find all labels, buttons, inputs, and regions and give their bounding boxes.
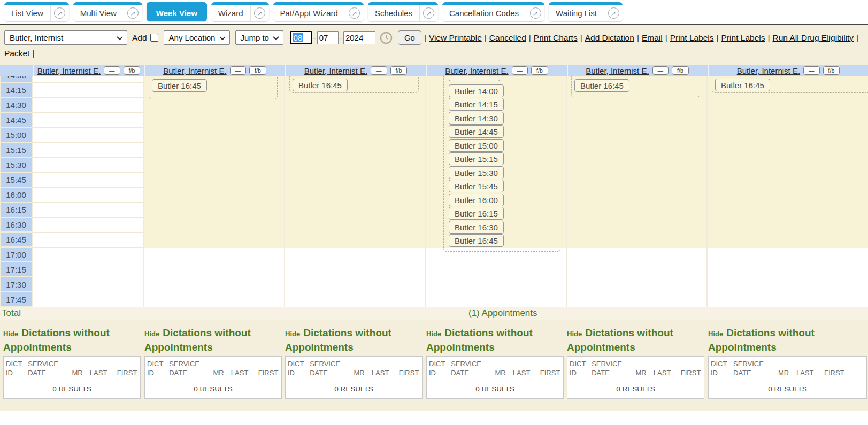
appointment-slot-button[interactable]: Butler 15:45: [449, 180, 504, 192]
tab-waiting-list[interactable]: Waiting List ↗: [549, 2, 623, 21]
popout-arrow-icon[interactable]: ↗: [124, 7, 142, 19]
sort-last-link[interactable]: LAST: [231, 368, 258, 377]
sort-service-link[interactable]: SERVICE: [310, 359, 354, 368]
sort-date-link[interactable]: DATE: [451, 368, 495, 377]
sort-id-link[interactable]: ID: [570, 368, 592, 377]
sort-id-link[interactable]: ID: [429, 368, 451, 377]
link-view-printable[interactable]: View Printable: [429, 33, 482, 43]
appointment-slot-button[interactable]: Butler 16:45: [293, 79, 348, 91]
sort-first-link[interactable]: FIRST: [399, 368, 420, 377]
tab-list-view[interactable]: List View ↗: [4, 2, 69, 21]
sort-date-link[interactable]: DATE: [169, 368, 213, 377]
clock-icon[interactable]: [380, 32, 393, 44]
appointment-slot-button[interactable]: Butler 16:45: [715, 79, 770, 91]
tab-pat-appt-wizard[interactable]: Pat/Appt Wizard ↗: [273, 2, 364, 21]
sort-dict-link[interactable]: DICT: [429, 359, 451, 368]
location-select[interactable]: Any Location: [164, 30, 230, 45]
add-checkbox[interactable]: [150, 34, 158, 42]
popout-arrow-icon[interactable]: ↗: [251, 7, 269, 19]
appointment-slot-button[interactable]: Butler 14:00: [449, 84, 504, 97]
sort-id-link[interactable]: ID: [147, 368, 169, 377]
sort-first-link[interactable]: FIRST: [117, 368, 138, 377]
sort-date-link[interactable]: DATE: [733, 368, 778, 377]
sort-service-link[interactable]: SERVICE: [592, 359, 635, 368]
provider-column-link[interactable]: Butler, Internist E.: [445, 66, 508, 75]
popout-arrow-icon[interactable]: ↗: [604, 7, 623, 19]
link-print-charts[interactable]: Print Charts: [534, 33, 578, 43]
fb-button[interactable]: f/b: [823, 66, 840, 75]
appointment-slot-button[interactable]: Butler 16:45: [574, 79, 629, 92]
sort-mr-link[interactable]: MR: [354, 368, 372, 377]
sort-date-link[interactable]: DATE: [592, 368, 635, 377]
sort-service-link[interactable]: SERVICE: [169, 359, 213, 368]
sort-first-link[interactable]: FIRST: [824, 368, 846, 377]
fb-button[interactable]: f/b: [249, 66, 266, 75]
sort-last-link[interactable]: LAST: [90, 368, 117, 377]
sort-last-link[interactable]: LAST: [372, 368, 399, 377]
provider-column-link[interactable]: Butler, Internist E.: [586, 66, 649, 75]
fb-button[interactable]: f/b: [390, 66, 408, 75]
popout-arrow-icon[interactable]: ↗: [51, 7, 69, 19]
tab-multi-view[interactable]: Multi View ↗: [73, 2, 142, 21]
collapse-column-button[interactable]: —: [512, 66, 528, 75]
sort-first-link[interactable]: FIRST: [540, 368, 561, 377]
jump-to-select[interactable]: Jump to: [235, 30, 283, 45]
link-add-dictation[interactable]: Add Dictation: [585, 33, 634, 43]
link-run-all-drug-eligibility[interactable]: Run All Drug Eligibility: [772, 33, 854, 43]
sort-service-link[interactable]: SERVICE: [733, 359, 778, 368]
appointment-slot-button[interactable]: Butler 16:45: [152, 79, 207, 92]
sort-service-link[interactable]: SERVICE: [451, 359, 495, 368]
hide-link[interactable]: Hide: [426, 330, 441, 338]
sort-first-link[interactable]: FIRST: [258, 368, 279, 377]
sort-mr-link[interactable]: MR: [72, 368, 90, 377]
sort-dict-link[interactable]: DICT: [570, 359, 592, 368]
tab-schedules[interactable]: Schedules ↗: [368, 2, 438, 21]
provider-column-link[interactable]: Butler, Internist E.: [304, 66, 367, 75]
appointment-slot-button[interactable]: Butler 15:15: [449, 152, 504, 165]
hide-link[interactable]: Hide: [567, 330, 582, 338]
tab-week-view[interactable]: Week View: [147, 2, 207, 21]
sort-id-link[interactable]: ID: [711, 368, 733, 377]
sort-last-link[interactable]: LAST: [796, 368, 824, 377]
popout-arrow-icon[interactable]: ↗: [345, 7, 364, 19]
link-print-labels-1[interactable]: Print Labels: [670, 33, 714, 43]
appointment-slot-button[interactable]: Butler 14:15: [449, 98, 504, 111]
sort-last-link[interactable]: LAST: [513, 368, 540, 377]
date-year-input[interactable]: 2024: [343, 31, 375, 44]
popout-arrow-icon[interactable]: ↗: [420, 7, 438, 19]
appointment-slot-button[interactable]: Butler 16:45: [449, 234, 504, 247]
provider-select[interactable]: Butler, Internist: [4, 30, 127, 45]
sort-dict-link[interactable]: DICT: [147, 359, 169, 368]
clipped-slot-button[interactable]: [449, 76, 500, 81]
popout-arrow-icon[interactable]: ↗: [526, 7, 544, 19]
sort-date-link[interactable]: DATE: [28, 368, 72, 377]
collapse-column-button[interactable]: —: [104, 66, 120, 75]
collapse-column-button[interactable]: —: [803, 66, 820, 75]
hide-link[interactable]: Hide: [3, 330, 18, 338]
appointment-slot-button[interactable]: Butler 14:30: [449, 112, 504, 125]
go-button[interactable]: Go: [398, 30, 421, 45]
link-packet[interactable]: Packet: [4, 49, 29, 58]
link-cancelled[interactable]: Cancelled: [489, 33, 526, 43]
collapse-column-button[interactable]: —: [230, 66, 247, 75]
sort-dict-link[interactable]: DICT: [711, 359, 733, 368]
appointment-slot-button[interactable]: Butler 16:00: [449, 194, 504, 206]
sort-mr-link[interactable]: MR: [213, 368, 231, 377]
appointment-slot-button[interactable]: Butler 14:45: [449, 125, 504, 138]
sort-dict-link[interactable]: DICT: [288, 359, 310, 368]
sort-mr-link[interactable]: MR: [636, 368, 654, 377]
provider-column-link[interactable]: Butler, Internist E.: [37, 66, 101, 75]
hide-link[interactable]: Hide: [144, 330, 159, 338]
sort-mr-link[interactable]: MR: [778, 368, 796, 377]
sort-mr-link[interactable]: MR: [495, 368, 513, 377]
hide-link[interactable]: Hide: [708, 330, 723, 338]
collapse-column-button[interactable]: —: [371, 66, 387, 75]
collapse-column-button[interactable]: —: [652, 66, 669, 75]
appointment-slot-button[interactable]: Butler 15:00: [449, 139, 504, 152]
sort-service-link[interactable]: SERVICE: [28, 359, 72, 368]
date-month-input[interactable]: 08: [290, 31, 312, 44]
sort-first-link[interactable]: FIRST: [681, 368, 702, 377]
fb-button[interactable]: f/b: [531, 66, 548, 75]
appointment-slot-button[interactable]: Butler 15:30: [449, 166, 504, 179]
sort-id-link[interactable]: ID: [6, 368, 28, 377]
